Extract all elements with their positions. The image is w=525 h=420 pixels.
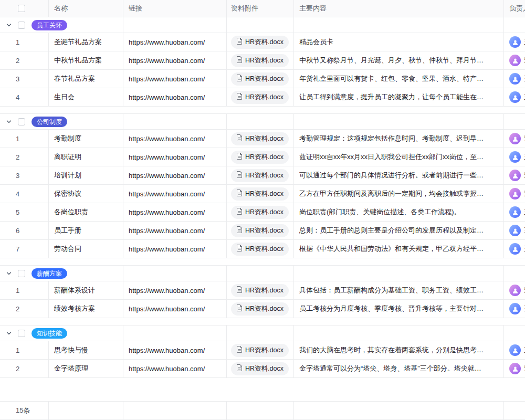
- content-cell: 总则：员工手册的总则主要是介绍公司的发展历程以及制定…: [294, 222, 504, 239]
- record-name: 绩效考核方案: [54, 304, 95, 313]
- row-select-cell: 5: [0, 203, 49, 221]
- content-cell: 精品会员卡: [294, 33, 504, 51]
- record-link[interactable]: https://www.huoban.com/: [129, 346, 205, 354]
- table-row[interactable]: 2离职证明https://www.huoban.com/HR资料.docx兹证明…: [0, 148, 525, 166]
- attachment-chip[interactable]: HR资料.docx: [231, 151, 289, 164]
- row-select-cell: 2: [0, 360, 49, 377]
- group-empty-cell: [227, 326, 294, 341]
- record-link[interactable]: https://www.huoban.com/: [129, 227, 205, 235]
- table-row[interactable]: 7劳动合同https://www.huoban.com/HR资料.docx根据《…: [0, 240, 525, 258]
- record-link[interactable]: https://www.huoban.com/: [129, 287, 205, 295]
- chevron-down-icon[interactable]: [6, 23, 12, 28]
- record-link[interactable]: https://www.huoban.com/: [129, 135, 205, 143]
- table-row[interactable]: 6员工手册https://www.huoban.com/HR资料.docx总则：…: [0, 222, 525, 240]
- record-name: 员工手册: [54, 226, 81, 235]
- table-row[interactable]: 4保密协议https://www.huoban.com/HR资料.docx乙方在…: [0, 185, 525, 203]
- group-row: 薪酬方案: [0, 266, 525, 281]
- group-row-head: 薪酬方案: [0, 266, 123, 281]
- attachment-name: HR资料.docx: [245, 171, 284, 180]
- record-link[interactable]: https://www.huoban.com/: [129, 38, 205, 46]
- header-cell-content[interactable]: 主要内容: [294, 0, 504, 17]
- owner-cell: 王: [504, 148, 525, 166]
- doc-icon: [236, 304, 243, 313]
- record-link[interactable]: https://www.huoban.com/: [129, 208, 205, 216]
- name-cell: 保密协议: [49, 185, 123, 203]
- doc-icon: [236, 208, 243, 216]
- record-link[interactable]: https://www.huoban.com/: [129, 245, 205, 253]
- attachment-name: HR资料.docx: [245, 364, 284, 373]
- attachment-chip[interactable]: HR资料.docx: [231, 224, 289, 237]
- footer-cell-count: 15条: [0, 402, 49, 419]
- attachment-chip[interactable]: HR资料.docx: [231, 72, 289, 86]
- content-cell: 具体包括：员工薪酬构成分为基础工资、职务工资、绩效工…: [294, 281, 504, 299]
- group-checkbox[interactable]: [18, 22, 25, 29]
- avatar: [509, 363, 521, 374]
- name-cell: 中秋节礼品方案: [49, 51, 123, 69]
- header-cell-name[interactable]: 名称: [49, 0, 123, 17]
- attachment-chip[interactable]: HR资料.docx: [231, 243, 289, 256]
- row-select-cell: 2: [0, 148, 49, 166]
- doc-icon: [236, 190, 243, 198]
- record-link[interactable]: https://www.huoban.com/: [129, 172, 205, 180]
- group-checkbox[interactable]: [18, 270, 25, 277]
- table-row[interactable]: 2金字塔原理https://www.huoban.com/HR资料.docx金字…: [0, 360, 525, 378]
- select-all-checkbox[interactable]: [18, 5, 25, 12]
- attachment-chip[interactable]: HR资料.docx: [231, 187, 289, 201]
- table-row[interactable]: 3培训计划https://www.huoban.com/HR资料.docx可以通…: [0, 166, 525, 185]
- header-cell-owner[interactable]: 负责人: [504, 0, 525, 17]
- group-badge: 员工关怀: [32, 20, 67, 30]
- chevron-down-icon[interactable]: [6, 119, 12, 124]
- group-row-head: 知识技能: [0, 326, 123, 341]
- attachment-chip[interactable]: HR资料.docx: [231, 284, 289, 297]
- group-empty-cell: [227, 266, 294, 281]
- content-cell: 年货礼盒里面可以有贺卡、红包、零食、坚果、酒水、特产…: [294, 70, 504, 88]
- table-row[interactable]: 3春节礼品方案https://www.huoban.com/HR资料.docx年…: [0, 70, 525, 88]
- attachment-chip[interactable]: HR资料.docx: [231, 362, 289, 375]
- header-cell-link[interactable]: 链接: [123, 0, 227, 17]
- attachment-cell: HR资料.docx: [227, 88, 294, 106]
- attachment-chip[interactable]: HR资料.docx: [231, 91, 289, 104]
- attachment-chip[interactable]: HR资料.docx: [231, 302, 289, 316]
- attachment-chip[interactable]: HR资料.docx: [231, 169, 289, 182]
- record-link[interactable]: https://www.huoban.com/: [129, 305, 205, 313]
- row-select-cell: 7: [0, 240, 49, 258]
- group-row-head: 公司制度: [0, 114, 123, 129]
- row-select-cell: 4: [0, 88, 49, 106]
- record-link[interactable]: https://www.huoban.com/: [129, 93, 205, 101]
- table-row[interactable]: 1思考快与慢https://www.huoban.com/HR资料.docx我们…: [0, 341, 525, 360]
- row-number: 4: [16, 93, 19, 101]
- table-row[interactable]: 4生日会https://www.huoban.com/HR资料.docx让员工得…: [0, 88, 525, 107]
- attachment-chip[interactable]: HR资料.docx: [231, 54, 289, 67]
- record-link[interactable]: https://www.huoban.com/: [129, 57, 205, 65]
- table-row[interactable]: 5各岗位职责https://www.huoban.com/HR资料.docx岗位…: [0, 203, 525, 222]
- record-link[interactable]: https://www.huoban.com/: [129, 75, 205, 83]
- table-row[interactable]: 1圣诞节礼品方案https://www.huoban.com/HR资料.docx…: [0, 33, 525, 51]
- name-cell: 员工手册: [49, 222, 123, 239]
- table-row[interactable]: 2绩效考核方案https://www.huoban.com/HR资料.docx员…: [0, 300, 525, 318]
- group-checkbox[interactable]: [18, 118, 25, 125]
- record-link[interactable]: https://www.huoban.com/: [129, 365, 205, 373]
- record-content: 考勤管理规定：这项规定包括作息时间、考勤制度、迟到早…: [299, 134, 484, 143]
- owner-cell: 董: [504, 51, 525, 69]
- group-badge: 薪酬方案: [32, 268, 67, 279]
- content-cell: 金字塔通常可以分为“塔尖、塔身、塔基”三个部分。塔尖就…: [294, 360, 504, 377]
- record-link[interactable]: https://www.huoban.com/: [129, 153, 205, 161]
- header-cell-attachment[interactable]: 资料附件: [227, 0, 294, 17]
- attachment-chip[interactable]: HR资料.docx: [231, 36, 289, 49]
- avatar: [509, 55, 521, 66]
- chevron-down-icon[interactable]: [6, 271, 12, 276]
- row-select-cell: 3: [0, 70, 49, 88]
- attachment-chip[interactable]: HR资料.docx: [231, 344, 289, 357]
- table-row[interactable]: 1薪酬体系设计https://www.huoban.com/HR资料.docx具…: [0, 281, 525, 300]
- chevron-down-icon[interactable]: [6, 331, 12, 336]
- group-checkbox[interactable]: [18, 330, 25, 337]
- link-cell: https://www.huoban.com/: [123, 148, 227, 166]
- group-empty-cell: [294, 266, 504, 281]
- attachment-chip[interactable]: HR资料.docx: [231, 132, 289, 145]
- table-row[interactable]: 1考勤制度https://www.huoban.com/HR资料.docx考勤管…: [0, 130, 525, 148]
- doc-icon: [236, 171, 243, 180]
- record-link[interactable]: https://www.huoban.com/: [129, 190, 205, 198]
- attachment-chip[interactable]: HR资料.docx: [231, 206, 289, 219]
- name-cell: 培训计划: [49, 166, 123, 184]
- table-row[interactable]: 2中秋节礼品方案https://www.huoban.com/HR资料.docx…: [0, 51, 525, 70]
